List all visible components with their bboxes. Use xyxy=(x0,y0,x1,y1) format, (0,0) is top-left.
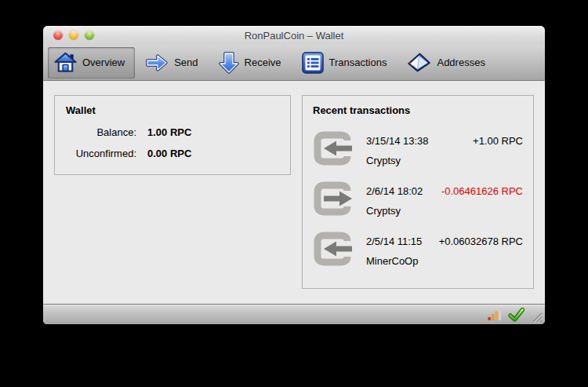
tab-addresses[interactable]: Addresses xyxy=(401,47,495,78)
minimize-button[interactable] xyxy=(69,31,78,40)
tx-direction-icon xyxy=(313,181,354,217)
transaction-row[interactable]: 3/15/14 13:38 +1.00 RPC Cryptsy xyxy=(313,130,523,166)
transaction-amount: +1.00 RPC xyxy=(473,135,523,147)
status-bar xyxy=(43,304,545,324)
home-icon xyxy=(54,52,77,73)
wallet-panel: Wallet Balance: 1.00 RPC Unconfirmed: 0.… xyxy=(54,95,291,175)
tab-overview-label: Overview xyxy=(82,57,125,68)
transaction-amount: +0.06032678 RPC xyxy=(439,235,523,247)
tab-addresses-label: Addresses xyxy=(437,57,485,68)
transaction-row[interactable]: 2/5/14 11:15 +0.06032678 RPC MinerCoOp xyxy=(313,231,523,267)
balance-value: 1.00 RPC xyxy=(147,126,279,138)
window-title: RonPaulCoin – Wallet xyxy=(245,30,344,42)
arrow-down-icon xyxy=(219,51,239,75)
connections-icon xyxy=(488,309,503,321)
transaction-amount: -0.06461626 RPC xyxy=(441,185,523,197)
transaction-address: Cryptsy xyxy=(366,155,523,166)
arrow-right-icon xyxy=(145,53,169,73)
transaction-address: Cryptsy xyxy=(366,205,523,217)
wallet-balances: Balance: 1.00 RPC Unconfirmed: 0.00 RPC xyxy=(66,126,279,159)
zoom-button[interactable] xyxy=(85,31,94,40)
address-book-icon xyxy=(407,52,431,74)
transaction-row[interactable]: 2/6/14 18:02 -0.06461626 RPC Cryptsy xyxy=(313,181,523,217)
resize-grip[interactable] xyxy=(532,312,543,323)
transaction-address: MinerCoOp xyxy=(366,255,523,267)
traffic-lights xyxy=(53,31,94,40)
unconfirmed-value: 0.00 RPC xyxy=(147,148,279,159)
tab-transactions[interactable]: Transactions xyxy=(296,47,397,78)
recent-transactions-panel: Recent transactions 3/15/ xyxy=(302,95,534,289)
tab-overview[interactable]: Overview xyxy=(48,47,135,78)
tx-direction-icon xyxy=(313,130,354,166)
wallet-panel-title: Wallet xyxy=(66,104,279,116)
list-icon xyxy=(302,52,324,74)
tab-transactions-label: Transactions xyxy=(329,57,387,68)
balance-label: Balance: xyxy=(66,126,136,138)
recent-transactions-title: Recent transactions xyxy=(313,104,523,116)
overview-page: Wallet Balance: 1.00 RPC Unconfirmed: 0.… xyxy=(43,81,545,304)
main-toolbar: Overview Send Receive xyxy=(43,45,545,81)
unconfirmed-label: Unconfirmed: xyxy=(66,148,136,159)
transaction-date: 2/6/14 18:02 xyxy=(366,185,423,197)
tab-send[interactable]: Send xyxy=(139,47,208,78)
transaction-date: 2/5/14 11:15 xyxy=(366,235,422,247)
transaction-date: 3/15/14 13:38 xyxy=(366,135,429,147)
synced-check-icon xyxy=(508,308,524,322)
wallet-window: RonPaulCoin – Wallet Overview S xyxy=(43,26,545,324)
tab-receive[interactable]: Receive xyxy=(212,47,292,78)
tx-direction-icon xyxy=(313,231,354,267)
close-button[interactable] xyxy=(53,31,63,40)
tab-receive-label: Receive xyxy=(245,57,281,68)
tab-send-label: Send xyxy=(174,57,198,68)
window-titlebar[interactable]: RonPaulCoin – Wallet xyxy=(43,26,545,45)
